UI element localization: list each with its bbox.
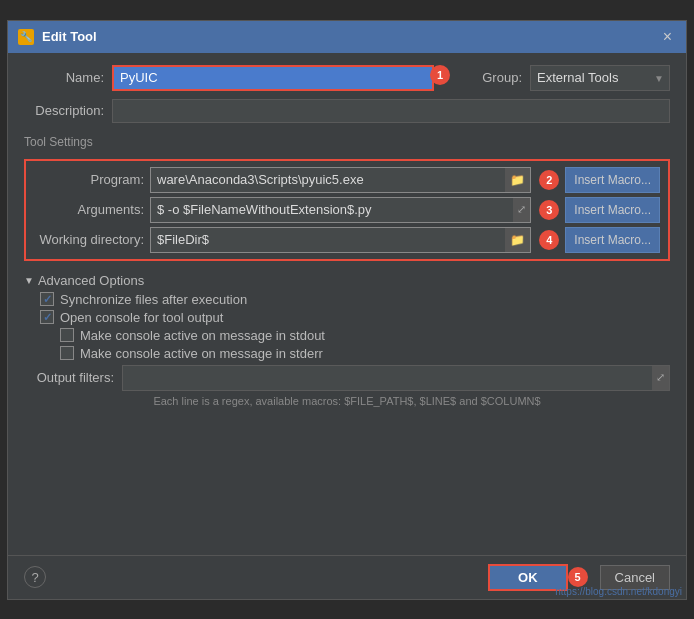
edit-tool-dialog: 🔧 Edit Tool × Name: 1 Group: External To… <box>7 20 687 600</box>
sync-files-checkbox[interactable] <box>40 292 54 306</box>
program-macro-button[interactable]: Insert Macro... <box>565 167 660 193</box>
help-button[interactable]: ? <box>24 566 46 588</box>
arguments-input-wrapper: ⤢ <box>150 197 531 223</box>
arguments-label: Arguments: <box>34 202 144 217</box>
advanced-label: Advanced Options <box>38 273 144 288</box>
name-input[interactable] <box>112 65 434 91</box>
output-filter-input[interactable] <box>123 367 652 388</box>
workdir-macro-button[interactable]: Insert Macro... <box>565 227 660 253</box>
name-group-row: Name: 1 Group: External Tools <box>24 65 670 91</box>
watermark-text: https://blog.csdn.net/kdongyi <box>555 586 682 597</box>
dialog-footer: ? OK 5 Cancel https://blog.csdn.net/kdon… <box>8 555 686 599</box>
arguments-macro-button[interactable]: Insert Macro... <box>565 197 660 223</box>
tool-settings-box: Program: 📁 2 Insert Macro... Arguments: … <box>24 159 670 261</box>
description-row: Description: <box>24 99 670 123</box>
badge-3: 3 <box>539 200 559 220</box>
name-label: Name: <box>24 70 104 85</box>
arguments-expand-button[interactable]: ⤢ <box>513 198 530 222</box>
tool-settings-title: Tool Settings <box>24 135 670 149</box>
advanced-section: ▼ Advanced Options Synchronize files aft… <box>24 273 670 407</box>
program-input-wrapper: 📁 <box>150 167 531 193</box>
output-filter-expand-button[interactable]: ⤢ <box>652 366 669 390</box>
arguments-input[interactable] <box>151 199 513 220</box>
output-filter-input-wrap: ⤢ <box>122 365 670 391</box>
dialog-icon: 🔧 <box>18 29 34 45</box>
make-active-stderr-checkbox[interactable] <box>60 346 74 360</box>
workdir-input-wrapper: 📁 <box>150 227 531 253</box>
hint-content: Each line is a regex, available macros: … <box>153 395 540 407</box>
program-row: Program: 📁 2 Insert Macro... <box>34 167 660 193</box>
make-active-stdout-label: Make console active on message in stdout <box>80 328 325 343</box>
output-filters-label: Output filters: <box>24 370 114 385</box>
group-select-wrapper: External Tools <box>530 65 670 91</box>
advanced-triangle: ▼ <box>24 275 34 286</box>
program-input[interactable] <box>151 169 505 190</box>
group-label: Group: <box>442 70 522 85</box>
advanced-title[interactable]: ▼ Advanced Options <box>24 273 670 288</box>
make-active-stdout-row: Make console active on message in stdout <box>60 328 670 343</box>
open-console-label: Open console for tool output <box>60 310 223 325</box>
make-active-stderr-row: Make console active on message in stderr <box>60 346 670 361</box>
sync-files-row: Synchronize files after execution <box>40 292 670 307</box>
badge-2: 2 <box>539 170 559 190</box>
workdir-row: Working directory: 📁 4 Insert Macro... <box>34 227 660 253</box>
workdir-input[interactable] <box>151 229 505 250</box>
program-folder-button[interactable]: 📁 <box>505 168 530 192</box>
make-active-stdout-checkbox[interactable] <box>60 328 74 342</box>
program-label: Program: <box>34 172 144 187</box>
open-console-checkbox[interactable] <box>40 310 54 324</box>
title-bar: 🔧 Edit Tool × <box>8 21 686 53</box>
arguments-row: Arguments: ⤢ 3 Insert Macro... <box>34 197 660 223</box>
make-active-stderr-label: Make console active on message in stderr <box>80 346 323 361</box>
open-console-row: Open console for tool output <box>40 310 670 325</box>
workdir-label: Working directory: <box>34 232 144 247</box>
dialog-body: Name: 1 Group: External Tools Descriptio… <box>8 53 686 555</box>
output-filters-row: Output filters: ⤢ <box>24 365 670 391</box>
hint-text: Each line is a regex, available macros: … <box>24 395 670 407</box>
description-label: Description: <box>24 103 104 118</box>
close-button[interactable]: × <box>659 27 676 47</box>
badge-5: 5 <box>568 567 588 587</box>
watermark: https://blog.csdn.net/kdongyi <box>551 584 686 599</box>
description-input[interactable] <box>112 99 670 123</box>
dialog-title: Edit Tool <box>42 29 97 44</box>
workdir-folder-button[interactable]: 📁 <box>505 228 530 252</box>
sync-files-label: Synchronize files after execution <box>60 292 247 307</box>
group-select[interactable]: External Tools <box>530 65 670 91</box>
badge-1: 1 <box>430 65 450 85</box>
badge-4: 4 <box>539 230 559 250</box>
